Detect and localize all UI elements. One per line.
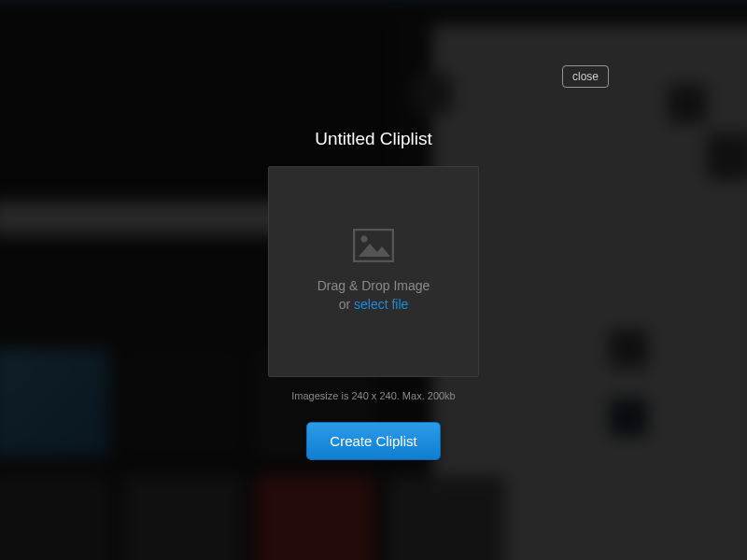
dropzone-or: or — [339, 297, 354, 312]
image-placeholder-icon — [353, 229, 394, 262]
svg-marker-2 — [359, 244, 390, 257]
close-button[interactable]: close — [562, 65, 609, 88]
select-file-link[interactable]: select file — [354, 297, 408, 312]
modal-title: Untitled Cliplist — [315, 129, 432, 149]
dropzone-line1: Drag & Drop Image — [317, 278, 430, 293]
create-cliplist-modal: close Untitled Cliplist Drag & Drop Imag… — [233, 82, 514, 460]
image-dropzone[interactable]: Drag & Drop Image or select file — [268, 166, 479, 377]
svg-point-1 — [361, 236, 368, 243]
dropzone-text: Drag & Drop Image or select file — [317, 277, 430, 314]
create-cliplist-button[interactable]: Create Cliplist — [306, 422, 440, 460]
image-size-hint: Imagesize is 240 x 240. Max. 200kb — [291, 390, 455, 401]
